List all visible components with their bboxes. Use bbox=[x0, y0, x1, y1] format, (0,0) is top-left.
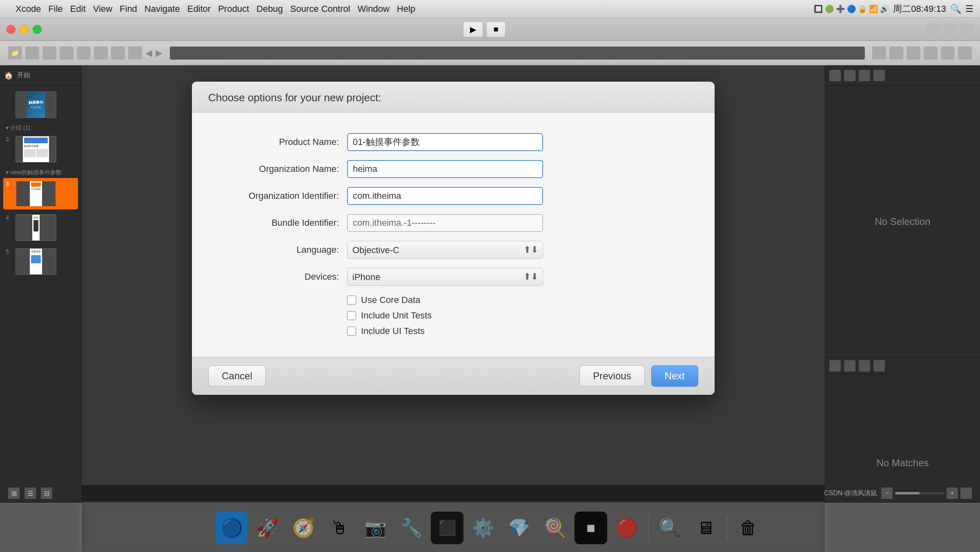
org-id-row: Organization Identifier: bbox=[216, 187, 690, 205]
nav-back-button[interactable]: ◀ bbox=[145, 48, 152, 58]
menubar: Xcode File Edit View Find Navigate Edito… bbox=[0, 0, 980, 18]
no-selection-text: No Selection bbox=[875, 216, 930, 227]
use-core-data-checkbox[interactable] bbox=[347, 296, 356, 305]
language-select[interactable]: Objective-C Swift bbox=[347, 241, 543, 259]
right-panel: No Selection No Matches bbox=[825, 65, 980, 552]
use-core-data-label[interactable]: Use Core Data bbox=[361, 295, 421, 305]
language-row: Language: Objective-C Swift ⬆⬇ bbox=[216, 241, 690, 259]
menu-file[interactable]: File bbox=[48, 4, 62, 14]
nav-icon-4[interactable] bbox=[60, 47, 74, 60]
product-name-row: Product Name: bbox=[216, 133, 690, 151]
toolbar-right-1[interactable] bbox=[872, 47, 886, 60]
menubar-search[interactable]: 🔍 bbox=[950, 4, 961, 14]
home-icon[interactable]: 🏠 bbox=[4, 71, 13, 80]
bottom-right-area: CSDN·@清风清鼠 − + bbox=[824, 487, 972, 499]
devices-select-container: iPhone iPad Universal ⬆⬇ bbox=[347, 268, 543, 286]
menu-navigate[interactable]: Navigate bbox=[145, 4, 180, 14]
inspector-icon-4[interactable] bbox=[873, 70, 885, 81]
zoom-out-button[interactable]: − bbox=[881, 487, 893, 499]
include-ui-tests-checkbox[interactable] bbox=[347, 327, 356, 336]
menu-debug[interactable]: Debug bbox=[256, 4, 283, 14]
org-id-label: Organization Identifier: bbox=[216, 191, 347, 201]
status-table-icon[interactable]: ⊟ bbox=[41, 487, 52, 499]
group-label-1: ▾ 介绍 (1) bbox=[3, 123, 78, 134]
inspector-icon-2[interactable] bbox=[844, 70, 855, 81]
panel-toggle-3[interactable] bbox=[960, 24, 973, 35]
toolbar-right-6[interactable] bbox=[958, 47, 972, 60]
toolbar-right-3[interactable] bbox=[906, 47, 920, 60]
nav-folder-icon[interactable]: 📁 bbox=[8, 47, 22, 60]
include-unit-tests-checkbox[interactable] bbox=[347, 311, 356, 320]
list-item[interactable]: 4 源码 bbox=[3, 212, 78, 243]
devices-select[interactable]: iPhone iPad Universal bbox=[347, 268, 543, 286]
menu-xcode[interactable]: Xcode bbox=[16, 4, 41, 14]
breadcrumb-bar bbox=[170, 47, 865, 60]
bottom-icon-3[interactable] bbox=[859, 360, 870, 372]
menubar-list[interactable]: ☰ bbox=[965, 4, 973, 14]
nav-icon-5[interactable] bbox=[77, 47, 91, 60]
bottom-icon-1[interactable] bbox=[829, 360, 841, 372]
include-ui-tests-label[interactable]: Include UI Tests bbox=[361, 326, 425, 336]
slide-thumb: 触摸事件参数 bbox=[16, 136, 56, 162]
close-button[interactable] bbox=[7, 25, 16, 34]
maximize-button[interactable] bbox=[33, 25, 42, 34]
bundle-id-row: Bundle Identifier: bbox=[216, 214, 690, 232]
bundle-id-input bbox=[347, 214, 543, 232]
minimize-button[interactable] bbox=[20, 25, 29, 34]
menu-find[interactable]: Find bbox=[120, 4, 137, 14]
org-name-label: Organization Name: bbox=[216, 164, 347, 174]
toolbar-area: ▶ ■ bbox=[46, 22, 923, 37]
org-name-input[interactable] bbox=[347, 160, 543, 178]
menu-editor[interactable]: Editor bbox=[187, 4, 211, 14]
nav-forward-button[interactable]: ▶ bbox=[156, 48, 163, 58]
cancel-button[interactable]: Cancel bbox=[208, 365, 266, 387]
include-ui-tests-row[interactable]: Include UI Tests bbox=[347, 326, 690, 336]
slide-list: 触摸事件 iOS开发 ▾ 介绍 (1) 3 触摸事件参数 bbox=[0, 86, 81, 552]
zoom-slider-track bbox=[895, 492, 944, 494]
center-content: Choose options for your new project: Pro… bbox=[82, 65, 825, 552]
menu-help[interactable]: Help bbox=[397, 4, 415, 14]
language-label: Language: bbox=[216, 245, 347, 255]
menubar-time: 周二08:49:13 bbox=[893, 3, 946, 15]
list-item[interactable]: 5 连接设置 bbox=[3, 246, 78, 277]
inspector-icon-3[interactable] bbox=[859, 70, 870, 81]
nav-icon-8[interactable] bbox=[128, 47, 142, 60]
nav-icon-6[interactable] bbox=[94, 47, 108, 60]
next-button[interactable]: Next bbox=[651, 365, 698, 387]
menu-view[interactable]: View bbox=[93, 4, 112, 14]
toolbar-right-2[interactable] bbox=[889, 47, 903, 60]
panel-toggle-1[interactable] bbox=[927, 24, 941, 35]
org-id-input[interactable] bbox=[347, 187, 543, 205]
list-item[interactable]: 3 Xcode视图 bbox=[3, 178, 78, 209]
zoom-controls: − + bbox=[881, 487, 972, 499]
product-name-input[interactable] bbox=[347, 133, 543, 151]
nav-icon-2[interactable] bbox=[25, 47, 39, 60]
include-unit-tests-row[interactable]: Include Unit Tests bbox=[347, 310, 690, 321]
footer-right: Previous Next bbox=[579, 365, 698, 387]
nav-icon-3[interactable] bbox=[42, 47, 56, 60]
menu-product[interactable]: Product bbox=[218, 4, 249, 14]
run-button[interactable]: ▶ bbox=[463, 22, 483, 37]
bottom-icon-2[interactable] bbox=[844, 360, 855, 372]
nav-icon-7[interactable] bbox=[111, 47, 125, 60]
stop-button[interactable]: ■ bbox=[486, 22, 505, 37]
inspector-icon-1[interactable] bbox=[829, 70, 841, 81]
menu-source-control[interactable]: Source Control bbox=[290, 4, 350, 14]
menu-window[interactable]: Window bbox=[358, 4, 390, 14]
zoom-in-button[interactable]: + bbox=[947, 487, 958, 499]
sidebar-icon-start[interactable]: 开始 bbox=[17, 71, 30, 80]
include-unit-tests-label[interactable]: Include Unit Tests bbox=[361, 310, 432, 321]
toolbar-right-4[interactable] bbox=[924, 47, 938, 60]
bottom-icon-4[interactable] bbox=[873, 360, 885, 372]
previous-button[interactable]: Previous bbox=[579, 365, 644, 387]
panel-toggle-2[interactable] bbox=[943, 24, 957, 35]
list-item[interactable]: 3 触摸事件参数 bbox=[3, 134, 78, 165]
slide-number bbox=[6, 91, 12, 118]
status-grid-icon[interactable]: ⊞ bbox=[8, 487, 20, 499]
expand-button[interactable] bbox=[960, 487, 972, 499]
toolbar-right-5[interactable] bbox=[941, 47, 955, 60]
menu-edit[interactable]: Edit bbox=[70, 4, 86, 14]
list-item[interactable]: 触摸事件 iOS开发 bbox=[3, 89, 78, 120]
use-core-data-row[interactable]: Use Core Data bbox=[347, 295, 690, 305]
status-list-icon[interactable]: ☰ bbox=[24, 487, 36, 499]
